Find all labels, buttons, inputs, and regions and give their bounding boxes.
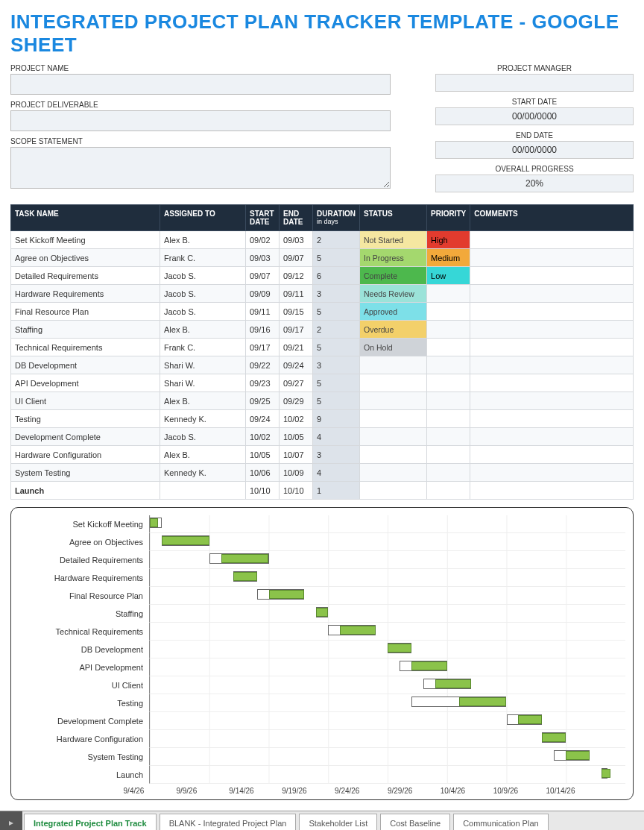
- cell-comments[interactable]: [470, 392, 634, 410]
- cell-assigned[interactable]: Shari W.: [160, 356, 246, 374]
- cell-status[interactable]: [360, 446, 427, 464]
- cell-start[interactable]: 09/17: [246, 339, 280, 356]
- cell-assigned[interactable]: Alex B.: [160, 446, 246, 464]
- cell-task[interactable]: Development Complete: [11, 428, 160, 446]
- sheet-tab[interactable]: Stakeholder List: [299, 814, 377, 830]
- cell-duration[interactable]: 5: [313, 374, 360, 392]
- cell-start[interactable]: 09/03: [246, 249, 280, 267]
- cell-priority[interactable]: High: [427, 231, 470, 249]
- cell-end[interactable]: 09/03: [280, 231, 313, 249]
- cell-assigned[interactable]: Jacob S.: [160, 267, 246, 285]
- cell-priority[interactable]: [427, 410, 470, 428]
- cell-start[interactable]: 10/10: [246, 482, 280, 500]
- cell-start[interactable]: 09/02: [246, 231, 280, 249]
- cell-priority[interactable]: [427, 428, 470, 446]
- cell-end[interactable]: 09/21: [280, 339, 313, 356]
- cell-priority[interactable]: Low: [427, 267, 470, 285]
- table-row[interactable]: Agree on Objectives Frank C. 09/03 09/07…: [11, 249, 634, 267]
- cell-duration[interactable]: 2: [313, 231, 360, 249]
- cell-comments[interactable]: [470, 339, 634, 356]
- cell-priority[interactable]: [427, 446, 470, 464]
- cell-status[interactable]: [360, 482, 427, 500]
- cell-status[interactable]: Complete: [360, 267, 427, 285]
- cell-assigned[interactable]: [160, 482, 246, 500]
- cell-assigned[interactable]: Kennedy K.: [160, 410, 246, 428]
- table-row[interactable]: Set Kickoff Meeting Alex B. 09/02 09/03 …: [11, 231, 634, 249]
- scope-input[interactable]: [10, 147, 391, 189]
- cell-start[interactable]: 09/16: [246, 321, 280, 339]
- cell-end[interactable]: 09/07: [280, 249, 313, 267]
- cell-task[interactable]: DB Development: [11, 356, 160, 374]
- cell-start[interactable]: 10/05: [246, 446, 280, 464]
- cell-task[interactable]: Set Kickoff Meeting: [11, 231, 160, 249]
- cell-task[interactable]: System Testing: [11, 464, 160, 482]
- table-row[interactable]: Final Resource Plan Jacob S. 09/11 09/15…: [11, 303, 634, 321]
- cell-priority[interactable]: [427, 339, 470, 356]
- cell-duration[interactable]: 5: [313, 339, 360, 356]
- cell-status[interactable]: Needs Review: [360, 285, 427, 303]
- project-name-input[interactable]: [10, 74, 391, 95]
- cell-end[interactable]: 10/05: [280, 428, 313, 446]
- cell-start[interactable]: 09/24: [246, 410, 280, 428]
- cell-status[interactable]: Approved: [360, 303, 427, 321]
- cell-assigned[interactable]: Kennedy K.: [160, 464, 246, 482]
- cell-assigned[interactable]: Frank C.: [160, 339, 246, 356]
- pm-input[interactable]: [435, 74, 634, 92]
- cell-start[interactable]: 09/22: [246, 356, 280, 374]
- cell-assigned[interactable]: Frank C.: [160, 249, 246, 267]
- cell-task[interactable]: Agree on Objectives: [11, 249, 160, 267]
- cell-start[interactable]: 09/11: [246, 303, 280, 321]
- cell-start[interactable]: 09/09: [246, 285, 280, 303]
- cell-duration[interactable]: 4: [313, 428, 360, 446]
- cell-start[interactable]: 10/02: [246, 428, 280, 446]
- cell-assigned[interactable]: Alex B.: [160, 392, 246, 410]
- cell-comments[interactable]: [470, 482, 634, 500]
- cell-comments[interactable]: [470, 249, 634, 267]
- cell-start[interactable]: 09/07: [246, 267, 280, 285]
- table-row[interactable]: UI Client Alex B. 09/25 09/29 5: [11, 392, 634, 410]
- cell-comments[interactable]: [470, 464, 634, 482]
- sheet-tab[interactable]: Cost Baseline: [380, 814, 450, 830]
- cell-comments[interactable]: [470, 428, 634, 446]
- cell-task[interactable]: Testing: [11, 410, 160, 428]
- start-date-input[interactable]: [435, 107, 634, 125]
- cell-task[interactable]: API Development: [11, 374, 160, 392]
- cell-status[interactable]: In Progress: [360, 249, 427, 267]
- cell-priority[interactable]: [427, 482, 470, 500]
- cell-comments[interactable]: [470, 446, 634, 464]
- cell-assigned[interactable]: Jacob S.: [160, 428, 246, 446]
- cell-priority[interactable]: Medium: [427, 249, 470, 267]
- cell-duration[interactable]: 2: [313, 321, 360, 339]
- cell-comments[interactable]: [470, 231, 634, 249]
- project-deliverable-input[interactable]: [10, 110, 391, 131]
- cell-status[interactable]: [360, 410, 427, 428]
- sheet-tab[interactable]: BLANK - Integrated Project Plan: [160, 814, 297, 830]
- cell-assigned[interactable]: Alex B.: [160, 231, 246, 249]
- cell-status[interactable]: [360, 356, 427, 374]
- table-row[interactable]: DB Development Shari W. 09/22 09/24 3: [11, 356, 634, 374]
- table-row[interactable]: Hardware Configuration Alex B. 10/05 10/…: [11, 446, 634, 464]
- cell-status[interactable]: Not Started: [360, 231, 427, 249]
- cell-task[interactable]: Launch: [11, 482, 160, 500]
- cell-end[interactable]: 09/29: [280, 392, 313, 410]
- cell-duration[interactable]: 5: [313, 392, 360, 410]
- cell-assigned[interactable]: Shari W.: [160, 374, 246, 392]
- cell-comments[interactable]: [470, 267, 634, 285]
- cell-duration[interactable]: 3: [313, 446, 360, 464]
- cell-duration[interactable]: 5: [313, 303, 360, 321]
- sheet-tab[interactable]: Integrated Project Plan Track: [24, 814, 157, 830]
- cell-status[interactable]: [360, 428, 427, 446]
- progress-input[interactable]: [435, 175, 634, 192]
- table-row[interactable]: Detailed Requirements Jacob S. 09/07 09/…: [11, 267, 634, 285]
- table-row[interactable]: Technical Requirements Frank C. 09/17 09…: [11, 339, 634, 356]
- cell-duration[interactable]: 3: [313, 356, 360, 374]
- cell-duration[interactable]: 3: [313, 285, 360, 303]
- cell-comments[interactable]: [470, 410, 634, 428]
- table-row[interactable]: Hardware Requirements Jacob S. 09/09 09/…: [11, 285, 634, 303]
- cell-task[interactable]: Final Resource Plan: [11, 303, 160, 321]
- cell-priority[interactable]: [427, 303, 470, 321]
- cell-end[interactable]: 09/11: [280, 285, 313, 303]
- table-row[interactable]: Development Complete Jacob S. 10/02 10/0…: [11, 428, 634, 446]
- cell-task[interactable]: Staffing: [11, 321, 160, 339]
- table-row[interactable]: Testing Kennedy K. 09/24 10/02 9: [11, 410, 634, 428]
